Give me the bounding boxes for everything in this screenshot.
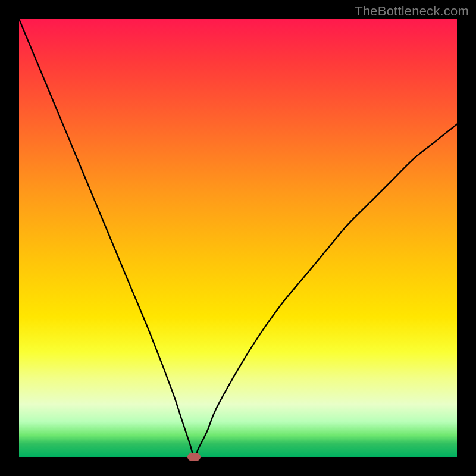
optimum-marker xyxy=(187,453,201,461)
chart-frame: TheBottleneck.com xyxy=(0,0,476,476)
plot-area xyxy=(19,19,457,457)
bottleneck-curve xyxy=(19,19,457,457)
watermark-text: TheBottleneck.com xyxy=(355,4,469,19)
